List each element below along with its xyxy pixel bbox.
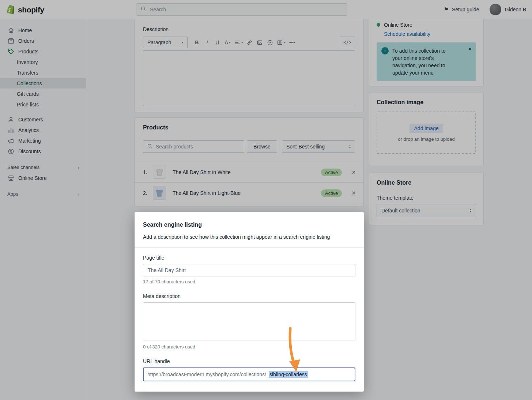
search-engine-listing-card: Search engine listing Add a description …	[135, 212, 364, 392]
url-handle-input[interactable]: https://broadcast-modern.myshopify.com/c…	[143, 367, 355, 381]
seo-card-header: Search engine listing Add a description …	[135, 212, 364, 247]
url-handle-label: URL handle	[143, 358, 355, 364]
page-title-label: Page title	[143, 255, 355, 261]
orange-arrow-annotation	[280, 326, 309, 377]
meta-description-label: Meta description	[143, 293, 355, 299]
seo-card-body: Page title 17 of 70 characters used Meta…	[135, 248, 364, 381]
page-title-char-count: 17 of 70 characters used	[143, 279, 355, 284]
meta-description-char-count: 0 of 320 characters used	[143, 344, 355, 350]
meta-description-textarea[interactable]	[143, 302, 355, 340]
url-prefix-text: https://broadcast-modern.myshopify.com/c…	[147, 371, 266, 377]
seo-card-title: Search engine listing	[143, 222, 355, 228]
seo-card-subtitle: Add a description to see how this collec…	[143, 234, 355, 240]
page-title-input[interactable]	[143, 264, 355, 276]
